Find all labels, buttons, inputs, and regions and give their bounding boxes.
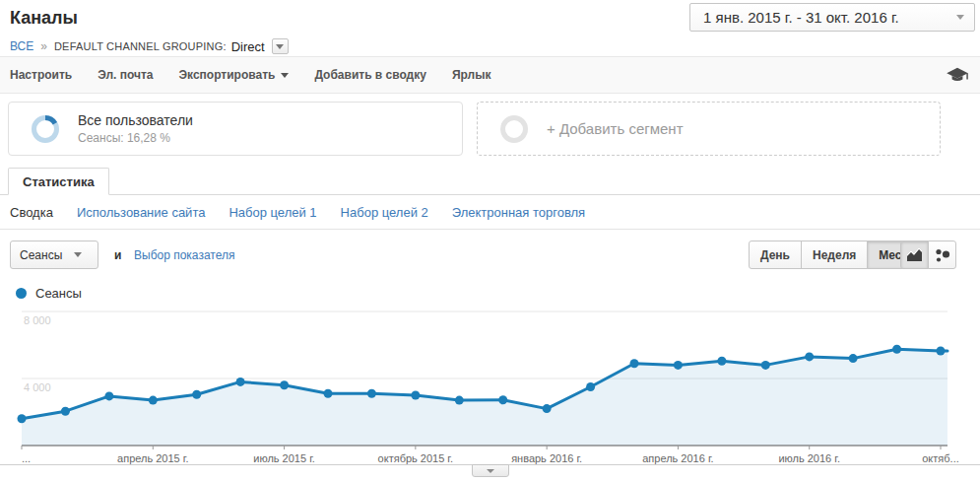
x-axis-label: июль 2016 г.	[778, 452, 840, 464]
chart-controls: Сеансы и Выбор показателя День Неделя Ме…	[0, 230, 980, 279]
y-axis-label: 8 000	[24, 314, 51, 326]
report-tabbar: Статистика	[0, 168, 980, 195]
subnav-goal-set-2[interactable]: Набор целей 2	[341, 205, 428, 220]
data-point[interactable]	[761, 361, 770, 370]
metric-select-value: Сеансы	[20, 248, 62, 262]
metric-select-dropdown[interactable]: Сеансы	[10, 241, 98, 269]
data-point[interactable]	[455, 396, 464, 405]
subnav-site-usage[interactable]: Использование сайта	[77, 205, 206, 220]
series-color-dot	[16, 288, 27, 299]
page-title: Каналы	[10, 8, 78, 29]
data-point[interactable]	[367, 389, 376, 398]
chevron-down-icon	[276, 44, 284, 49]
breadcrumb-separator: »	[40, 39, 47, 53]
date-range-text: 1 янв. 2015 г. - 31 окт. 2016 г.	[703, 9, 956, 26]
x-axis-label: октяб...	[922, 452, 959, 464]
granularity-week-button[interactable]: Неделя	[801, 241, 868, 269]
series-legend-label: Сеансы	[35, 286, 82, 301]
y-axis-label: 4 000	[24, 381, 51, 393]
add-segment-card[interactable]: + Добавить сегмент	[477, 102, 941, 156]
segments-section: Все пользователи Сеансы: 16,28 % + Добав…	[0, 94, 980, 168]
report-subnav: Сводка Использование сайта Набор целей 1…	[0, 195, 980, 230]
data-point[interactable]	[192, 390, 201, 399]
date-range-selector[interactable]: 1 янв. 2015 г. - 31 окт. 2016 г.	[689, 3, 975, 32]
motion-chart-dots-icon	[934, 247, 950, 263]
data-point[interactable]	[411, 391, 420, 400]
header: Каналы ВСЕ » DEFAULT CHANNEL GROUPING: D…	[0, 0, 980, 56]
report-toolbar: Настроить Эл. почта Экспортировать Добав…	[0, 56, 980, 94]
motion-chart-button[interactable]	[928, 241, 956, 269]
data-point[interactable]	[805, 352, 814, 361]
chevron-down-icon	[74, 252, 82, 257]
segment-detail: Сеансы: 16,28 %	[78, 131, 193, 145]
data-point[interactable]	[674, 361, 683, 370]
email-button[interactable]: Эл. почта	[98, 68, 153, 82]
breadcrumb-dimension: DEFAULT CHANNEL GROUPING:	[54, 40, 227, 52]
line-chart-button[interactable]	[900, 241, 929, 269]
data-point[interactable]	[18, 414, 27, 423]
tab-explorer[interactable]: Статистика	[8, 168, 109, 195]
data-point[interactable]	[586, 382, 595, 391]
data-point[interactable]	[61, 407, 70, 416]
data-point[interactable]	[280, 380, 289, 389]
x-axis-label: апрель 2015 г.	[117, 452, 188, 464]
intelligence-graduation-cap-icon[interactable]	[945, 66, 970, 84]
subnav-summary[interactable]: Сводка	[10, 205, 53, 220]
add-segment-label: + Добавить сегмент	[547, 120, 684, 137]
data-point[interactable]	[236, 378, 245, 386]
breadcrumb-value: Direct	[231, 39, 265, 54]
x-axis-label: ...	[22, 452, 31, 464]
data-point[interactable]	[543, 404, 552, 413]
chevron-down-icon	[487, 469, 494, 473]
chart-legend: Сеансы	[16, 286, 82, 301]
data-point[interactable]	[104, 391, 113, 400]
x-axis-label: июль 2015 г.	[253, 452, 315, 464]
x-axis-label: январь 2016 г.	[511, 452, 582, 464]
breadcrumb: ВСЕ » DEFAULT CHANNEL GROUPING: Direct	[10, 38, 289, 54]
export-label: Экспортировать	[179, 68, 276, 82]
data-point[interactable]	[498, 395, 507, 404]
segment-donut-icon	[31, 114, 60, 144]
sessions-over-time-chart[interactable]: 4 0008 000...апрель 2015 г.июль 2015 г.о…	[0, 302, 980, 465]
line-chart-icon	[906, 247, 923, 262]
x-axis-label: апрель 2016 г.	[642, 452, 713, 464]
chart-collapse-bar	[0, 464, 980, 477]
data-point[interactable]	[630, 359, 639, 368]
chevron-down-icon	[281, 73, 289, 78]
conjunction-label: и	[114, 248, 121, 262]
area-fill	[22, 349, 947, 446]
select-metric-link[interactable]: Выбор показателя	[134, 248, 234, 262]
x-axis-label: октябрь 2015 г.	[378, 452, 454, 464]
empty-donut-icon	[499, 114, 529, 144]
subnav-ecommerce[interactable]: Электронная торговля	[452, 205, 585, 220]
analytics-report-page: Каналы ВСЕ » DEFAULT CHANNEL GROUPING: D…	[0, 0, 980, 482]
data-point[interactable]	[149, 396, 158, 405]
data-point[interactable]	[717, 357, 726, 366]
chevron-down-icon	[956, 15, 964, 20]
segment-text: Все пользователи Сеансы: 16,28 %	[78, 112, 193, 145]
customize-button[interactable]: Настроить	[10, 68, 72, 82]
chart-type-button-group	[901, 241, 956, 269]
subnav-goal-set-1[interactable]: Набор целей 1	[229, 205, 316, 220]
data-point[interactable]	[849, 354, 858, 363]
data-point[interactable]	[324, 389, 333, 398]
collapse-chart-button[interactable]	[472, 464, 509, 477]
segment-name: Все пользователи	[78, 112, 193, 128]
shortcut-button[interactable]: Ярлык	[452, 68, 491, 82]
export-menu-button[interactable]: Экспортировать	[179, 68, 290, 82]
segment-all-users-card[interactable]: Все пользователи Сеансы: 16,28 %	[8, 102, 463, 156]
data-point[interactable]	[937, 347, 946, 356]
add-to-dashboard-button[interactable]: Добавить в сводку	[314, 68, 426, 82]
granularity-day-button[interactable]: День	[749, 241, 802, 269]
breadcrumb-all-link[interactable]: ВСЕ	[10, 39, 33, 53]
breadcrumb-dropdown-button[interactable]	[272, 38, 289, 54]
data-point[interactable]	[892, 345, 901, 354]
